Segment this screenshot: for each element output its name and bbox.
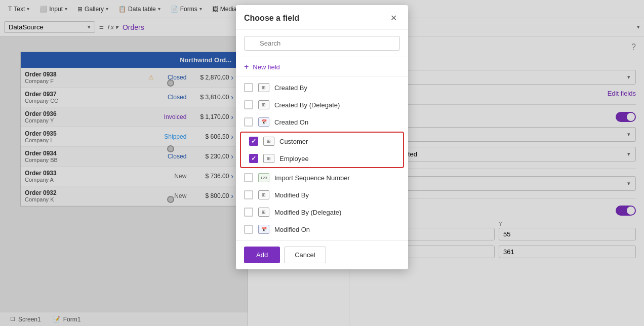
dialog-overlay: Choose a field ✕ 🔍 + New field ⊞ Created… bbox=[0, 0, 644, 326]
field-icon-employee: ⊞ bbox=[263, 154, 274, 163]
field-label-employee: Employee bbox=[279, 155, 309, 162]
field-icon-modified-by: ⊞ bbox=[258, 190, 269, 199]
field-label-modified-on: Modified On bbox=[274, 226, 310, 233]
field-item-employee[interactable]: ⊞ Employee bbox=[241, 150, 403, 167]
field-label-import-seq: Import Sequence Number bbox=[274, 174, 350, 182]
field-item-import-seq[interactable]: 123 Import Sequence Number bbox=[236, 169, 408, 186]
search-input[interactable] bbox=[244, 36, 400, 51]
dialog-search-area: 🔍 bbox=[236, 30, 408, 57]
field-label-modified-by-delegate: Modified By (Delegate) bbox=[274, 209, 341, 216]
field-checkbox-modified-by-delegate[interactable] bbox=[244, 208, 253, 217]
field-item-created-by[interactable]: ⊞ Created By bbox=[236, 79, 408, 96]
field-icon-customer: ⊞ bbox=[263, 137, 274, 146]
field-item-modified-by[interactable]: ⊞ Modified By bbox=[236, 186, 408, 203]
field-checkbox-created-by[interactable] bbox=[244, 83, 253, 92]
add-button[interactable]: Add bbox=[244, 247, 280, 263]
dialog-fields-list: ⊞ Created By ⊞ Created By (Delegate) 📅 C… bbox=[236, 77, 408, 240]
field-checkbox-created-by-delegate[interactable] bbox=[244, 100, 253, 109]
dialog-title: Choose a field bbox=[244, 14, 299, 23]
search-wrap: 🔍 bbox=[244, 36, 400, 51]
field-item-created-on[interactable]: 📅 Created On bbox=[236, 113, 408, 131]
field-item-modified-by-delegate[interactable]: ⊞ Modified By (Delegate) bbox=[236, 203, 408, 221]
field-item-created-by-delegate[interactable]: ⊞ Created By (Delegate) bbox=[236, 96, 408, 113]
field-icon-import-seq: 123 bbox=[258, 173, 269, 182]
field-checkbox-created-on[interactable] bbox=[244, 117, 253, 127]
field-label-modified-by: Modified By bbox=[274, 191, 309, 199]
field-icon-created-by-delegate: ⊞ bbox=[258, 100, 269, 109]
field-checkbox-employee[interactable] bbox=[249, 154, 258, 163]
field-label-created-by: Created By bbox=[274, 84, 307, 92]
field-checkbox-modified-by[interactable] bbox=[244, 190, 253, 199]
dialog-close-button[interactable]: ✕ bbox=[387, 13, 400, 23]
cancel-button[interactable]: Cancel bbox=[284, 247, 326, 263]
field-checkbox-modified-on[interactable] bbox=[244, 225, 253, 234]
field-icon-created-on: 📅 bbox=[258, 117, 269, 127]
new-field-button[interactable]: + New field bbox=[236, 57, 408, 77]
field-checkbox-import-seq[interactable] bbox=[244, 173, 253, 182]
field-icon-modified-by-delegate: ⊞ bbox=[258, 208, 269, 217]
dialog-header: Choose a field ✕ bbox=[236, 5, 408, 30]
choose-field-dialog: Choose a field ✕ 🔍 + New field ⊞ Created… bbox=[236, 5, 408, 269]
field-checkbox-customer[interactable] bbox=[249, 137, 258, 146]
selected-fields-group: ⊞ Customer ⊞ Employee bbox=[240, 132, 404, 168]
plus-new-icon: + bbox=[244, 62, 249, 71]
field-item-customer[interactable]: ⊞ Customer bbox=[241, 133, 403, 150]
field-icon-created-by: ⊞ bbox=[258, 83, 269, 92]
field-label-customer: Customer bbox=[279, 138, 308, 145]
field-label-created-on: Created On bbox=[274, 118, 308, 126]
dialog-footer: Add Cancel bbox=[236, 240, 408, 269]
field-icon-modified-on: 📅 bbox=[258, 225, 269, 234]
field-item-modified-on[interactable]: 📅 Modified On bbox=[236, 221, 408, 238]
field-label-created-by-delegate: Created By (Delegate) bbox=[274, 101, 340, 109]
